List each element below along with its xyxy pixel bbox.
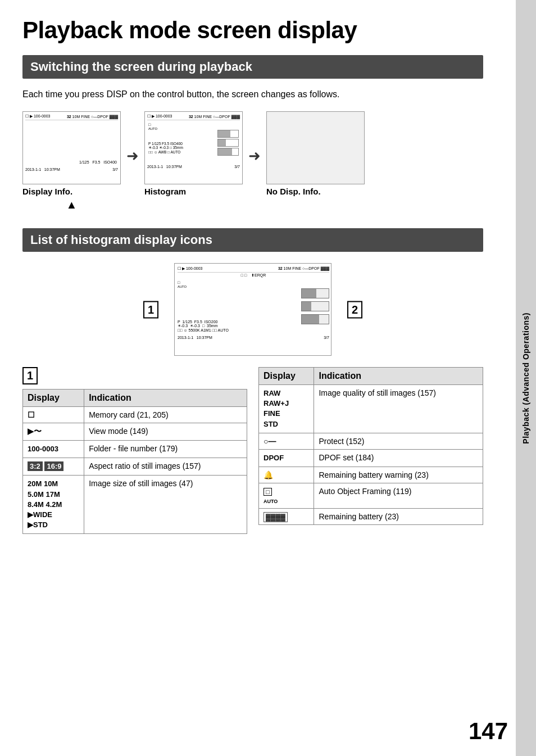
table-section-2: Display Indication RAWRAW+JFINESTD Image… bbox=[258, 367, 483, 534]
hist-large-diagram: ☐ ▶︎ 100-0003 32 10M FINE ○—DPOF ▓▓▓ □ □… bbox=[174, 263, 331, 356]
up-arrow: ▲ bbox=[22, 198, 121, 211]
indication-raw: Image quality of still images (157) bbox=[314, 385, 483, 433]
arrow-1: ➜ bbox=[126, 147, 139, 165]
table-row: 20M 10M5.0M 17M8.4M 4.2M▶WIDE▶STD Image … bbox=[23, 476, 247, 534]
table1-col-indication: Indication bbox=[84, 390, 247, 407]
diagrams-row: ☐ ▶︎ 100-0003 32 10M FINE ○—DPOF ▓▓▓ 1/1… bbox=[22, 111, 483, 211]
box-label-2: 2 bbox=[347, 301, 362, 318]
table-row: 100-0003 Folder - file number (179) bbox=[23, 441, 247, 458]
indication-folder: Folder - file number (179) bbox=[84, 441, 247, 458]
section1-description: Each time you press DISP on the control … bbox=[22, 88, 483, 101]
section1-header: Switching the screen during playback bbox=[22, 55, 483, 79]
display-imgsize: 20M 10M5.0M 17M8.4M 4.2M▶WIDE▶STD bbox=[23, 476, 84, 534]
section2-header: List of histogram display icons bbox=[22, 228, 483, 252]
table-1: Display Indication ☐ Memory card (21, 20… bbox=[22, 389, 247, 534]
table-row: □ AUTO Auto Object Framing (119) bbox=[259, 483, 483, 508]
diagram-no-disp-label: No Disp. Info. bbox=[266, 187, 365, 196]
cam-large-left: □AUTO P 1/125 F3.5 ISO200 ☀-0.3 ☀-0.3 □ … bbox=[178, 278, 296, 334]
display-raw: RAWRAW+JFINESTD bbox=[259, 385, 314, 433]
table2-col-display: Display bbox=[259, 368, 314, 385]
cam-large-bottom: 2013-1-1 10:37PM 3/7 bbox=[178, 336, 329, 339]
diagram-display-info-label: Display Info. bbox=[22, 187, 121, 196]
box-label-1: 1 bbox=[143, 301, 158, 318]
indication-auto-frame: Auto Object Framing (119) bbox=[314, 483, 483, 508]
table2-col-indication: Indication bbox=[314, 368, 483, 385]
diagram-histogram-wrapper: ☐ ▶︎ 100-0003 32 10M FINE ○—DPOF ▓▓▓ □AU… bbox=[144, 111, 243, 196]
page-title: Playback mode screen display bbox=[22, 17, 483, 44]
arrow-2: ➜ bbox=[248, 147, 261, 165]
cam-top-bar-2: ☐ ▶︎ 100-0003 32 10M FINE ○—DPOF ▓▓▓ bbox=[147, 114, 240, 120]
hist-diagram-container: 1 ☐ ▶︎ 100-0003 32 10M FINE ○—DPOF ▓▓▓ □… bbox=[22, 263, 483, 356]
display-icon-view: ▶︎〜 bbox=[23, 423, 84, 441]
indication-aspect: Aspect ratio of still images (157) bbox=[84, 458, 247, 476]
table1-col-display: Display bbox=[23, 390, 84, 407]
sidebar-label: Playback (Advanced Operations) bbox=[521, 313, 530, 444]
table-row: ▶︎〜 View mode (149) bbox=[23, 423, 247, 441]
sidebar: Playback (Advanced Operations) bbox=[516, 0, 536, 756]
diagram-no-disp bbox=[266, 111, 365, 184]
page-number: 147 bbox=[469, 718, 508, 745]
diagram-histogram: ☐ ▶︎ 100-0003 32 10M FINE ○—DPOF ▓▓▓ □AU… bbox=[144, 111, 243, 184]
table-number-1: 1 bbox=[22, 367, 38, 384]
diagram-display-info-wrapper: ☐ ▶︎ 100-0003 32 10M FINE ○—DPOF ▓▓▓ 1/1… bbox=[22, 111, 121, 211]
indication-battery-remain: Remaining battery (23) bbox=[314, 508, 483, 524]
section-histogram-icons: List of histogram display icons 1 ☐ ▶︎ 1… bbox=[22, 228, 483, 534]
display-folder: 100-0003 bbox=[23, 441, 84, 458]
display-icon-card: ☐ bbox=[23, 407, 84, 423]
cam-large-right bbox=[296, 278, 329, 334]
display-dpof: DPOF bbox=[259, 449, 314, 467]
table-row: ☐ Memory card (21, 205) bbox=[23, 407, 247, 423]
indication-protect: Protect (152) bbox=[314, 433, 483, 449]
cam-large-top: ☐ ▶︎ 100-0003 32 10M FINE ○—DPOF ▓▓▓ bbox=[178, 266, 329, 273]
diagram-histogram-label: Histogram bbox=[144, 187, 243, 196]
table-row: 3:2 16:9 Aspect ratio of still images (1… bbox=[23, 458, 247, 476]
table-row: 🔔 Remaining battery warning (23) bbox=[259, 467, 483, 483]
table-row: RAWRAW+JFINESTD Image quality of still i… bbox=[259, 385, 483, 433]
display-battery-warn: 🔔 bbox=[259, 467, 314, 483]
section-switching: Switching the screen during playback Eac… bbox=[22, 55, 483, 211]
cam-top-bar-1: ☐ ▶︎ 100-0003 32 10M FINE ○—DPOF ▓▓▓ bbox=[25, 114, 118, 120]
indication-battery-warn: Remaining battery warning (23) bbox=[314, 467, 483, 483]
display-battery-remain: ▓▓▓▓ bbox=[259, 508, 314, 524]
table-row: ▓▓▓▓ Remaining battery (23) bbox=[259, 508, 483, 524]
indication-card: Memory card (21, 205) bbox=[84, 407, 247, 423]
page-content: Playback mode screen display Switching t… bbox=[0, 0, 506, 556]
indication-imgsize: Image size of still images (47) bbox=[84, 476, 247, 534]
diagram-display-info: ☐ ▶︎ 100-0003 32 10M FINE ○—DPOF ▓▓▓ 1/1… bbox=[22, 111, 121, 184]
tables-row: 1 Display Indication ☐ Memory card (21, … bbox=[22, 367, 483, 534]
display-protect: ○— bbox=[259, 433, 314, 449]
table-2: Display Indication RAWRAW+JFINESTD Image… bbox=[258, 367, 483, 525]
display-auto-frame: □ AUTO bbox=[259, 483, 314, 508]
indication-view: View mode (149) bbox=[84, 423, 247, 441]
diagram-no-disp-wrapper: No Disp. Info. bbox=[266, 111, 365, 196]
table-row: DPOF DPOF set (184) bbox=[259, 449, 483, 467]
table-section-1: 1 Display Indication ☐ Memory card (21, … bbox=[22, 367, 247, 534]
indication-dpof: DPOF set (184) bbox=[314, 449, 483, 467]
table-row: ○— Protect (152) bbox=[259, 433, 483, 449]
display-aspect: 3:2 16:9 bbox=[23, 458, 84, 476]
